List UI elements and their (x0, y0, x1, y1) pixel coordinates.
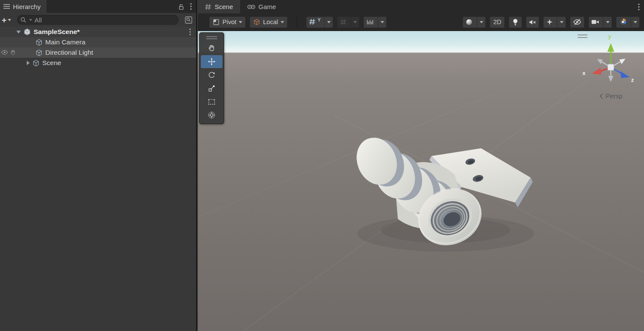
snap-dropdown-zone[interactable] (350, 17, 357, 28)
overlay-drag-handle[interactable] (200, 34, 224, 41)
search-window-icon[interactable] (184, 16, 193, 24)
overlay-collapsed-handle[interactable] (578, 34, 588, 38)
game-tab-label: Game (259, 3, 276, 10)
tree-row-scene-object[interactable]: Scene (0, 58, 196, 68)
eye-crossed-icon (572, 18, 582, 26)
pivot-icon (213, 19, 220, 26)
move-icon (207, 57, 216, 66)
pickability-hand-icon[interactable] (9, 49, 16, 56)
hand-icon (207, 44, 216, 53)
pivot-dropdown-button[interactable]: Pivot (209, 16, 246, 28)
mode-2d-label: 2D (493, 19, 501, 25)
chevron-down-icon (353, 21, 357, 23)
axis-x-label[interactable]: x (582, 70, 585, 76)
grid-dropdown-zone[interactable] (324, 17, 331, 28)
rect-tool-icon (207, 97, 216, 106)
scene-tabbar: Scene Game (198, 0, 644, 13)
axis-z-label[interactable]: z (631, 77, 634, 83)
scene-audio-button[interactable] (526, 16, 539, 28)
tools-overlay-panel (199, 32, 224, 124)
unity-scene-icon (23, 28, 31, 36)
hierarchy-panel: Hierarchy + (0, 0, 197, 331)
rect-tool-button[interactable] (201, 95, 222, 108)
scene-canvas[interactable] (198, 31, 644, 331)
scene-row-kebab-icon[interactable] (189, 28, 191, 35)
foldout-closed-icon[interactable] (27, 61, 30, 65)
chevron-down-icon (560, 21, 563, 23)
effects-dropdown-zone[interactable] (557, 17, 563, 28)
tree-row-directional-light[interactable]: Directional Light (0, 47, 196, 58)
scene-root-label: SampleScene* (34, 28, 80, 36)
game-view-icon (247, 4, 256, 10)
rotate-tool-button[interactable] (201, 69, 222, 81)
gameobject-cube-icon (35, 49, 43, 56)
scale-icon (207, 84, 216, 93)
snap-toggle-button[interactable] (337, 16, 360, 28)
scene-toolbar-right: 2D (463, 16, 641, 28)
chevron-down-icon (480, 21, 483, 23)
snap-grid-icon (340, 19, 347, 26)
mode-2d-button[interactable]: 2D (490, 16, 505, 28)
persp-collapse-icon (599, 93, 603, 99)
camera-icon (591, 19, 600, 25)
audio-muted-icon (528, 19, 537, 26)
handle-rotation-dropdown-button[interactable]: Local (250, 16, 288, 28)
scene-visibility-button[interactable] (570, 16, 585, 28)
scene-menu-kebab-icon[interactable] (638, 3, 640, 10)
hierarchy-menu-kebab-icon[interactable] (190, 3, 192, 10)
add-object-button[interactable]: + (2, 16, 11, 24)
gizmo-dropdown-zone[interactable] (631, 17, 637, 28)
rotate-icon (207, 71, 216, 79)
visibility-eye-icon[interactable] (1, 49, 8, 56)
light-bulb-icon (511, 18, 519, 26)
hierarchy-tabbar: Hierarchy (0, 0, 196, 13)
grid-visibility-button[interactable]: Y (306, 16, 333, 28)
hierarchy-toolbar: + All (0, 13, 196, 27)
chevron-down-icon (281, 21, 284, 23)
increment-dropdown-zone[interactable] (378, 17, 384, 28)
camera-settings-button[interactable] (588, 16, 612, 28)
axis-y-label[interactable]: y (608, 33, 611, 40)
search-input[interactable]: All (17, 15, 178, 25)
chevron-down-icon (327, 21, 331, 23)
hand-tool-button[interactable] (201, 42, 222, 55)
scene-lighting-button[interactable] (509, 16, 522, 28)
scene-effects-button[interactable] (543, 16, 566, 28)
scene-tab-label: Scene (215, 3, 233, 10)
chevron-down-icon (239, 21, 242, 23)
projection-label: Persp (606, 92, 622, 100)
move-tool-button[interactable] (201, 55, 222, 68)
scene-viewport[interactable]: y x z Persp (198, 31, 644, 331)
chevron-down-icon (381, 21, 384, 23)
model-3d-printed-part (350, 129, 534, 255)
chevron-down-icon (606, 21, 610, 23)
scene-panel: Scene Game (198, 0, 644, 331)
draw-mode-dropdown-button[interactable] (463, 16, 486, 28)
search-icon (20, 17, 27, 23)
draw-mode-dropdown-zone[interactable] (477, 17, 483, 28)
local-cube-icon (253, 19, 260, 26)
scene-toolbar: Pivot Local Y (198, 13, 644, 31)
tab-scene[interactable]: Scene (198, 0, 240, 13)
orientation-gizmo[interactable]: y x z (581, 34, 638, 94)
tab-game[interactable]: Game (240, 0, 283, 13)
orientation-gizmo-axes (581, 34, 638, 94)
hierarchy-tab-label: Hierarchy (13, 3, 41, 10)
hamburger-icon (3, 4, 10, 9)
camera-dropdown-zone[interactable] (603, 17, 610, 28)
shaded-sphere-icon (465, 18, 473, 26)
scale-tool-button[interactable] (201, 82, 222, 95)
tree-item-label: Main Camera (45, 38, 85, 46)
tab-hierarchy[interactable]: Hierarchy (0, 0, 47, 13)
projection-toggle[interactable]: Persp (599, 92, 622, 100)
lock-icon[interactable] (178, 3, 185, 10)
tree-row-scene-root[interactable]: SampleScene* (0, 27, 196, 37)
tree-row-main-camera[interactable]: Main Camera (0, 37, 196, 47)
transform-tool-button[interactable] (201, 109, 222, 122)
snap-increment-button[interactable] (363, 16, 387, 28)
chevron-down-icon (8, 19, 11, 21)
tree-item-label: Scene (42, 59, 61, 67)
gameobject-cube-icon (32, 59, 40, 67)
foldout-open-icon[interactable] (16, 31, 21, 34)
scene-camera-gizmo-button[interactable] (616, 16, 640, 28)
